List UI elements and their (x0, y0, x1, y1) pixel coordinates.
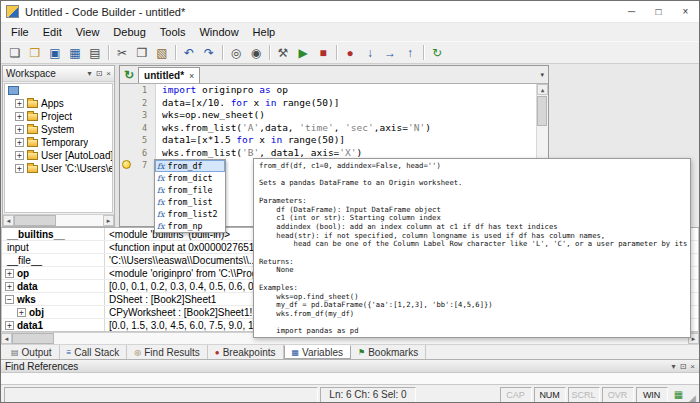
tooltip-line: from_df(df, c1=0, addindex=False, head='… (259, 162, 685, 171)
replace-icon: ◉ (251, 47, 261, 59)
scroll-right-button[interactable]: ► (103, 215, 114, 226)
pin-icon[interactable]: ⊡ (96, 69, 103, 78)
run-button[interactable]: ▶ (293, 43, 313, 63)
tree-item-user-c-users-easwa[interactable]: +User 'C:\Users\easwa (5, 162, 112, 175)
code-token: 'time' (299, 122, 333, 133)
autocomplete-item-from-df[interactable]: fxfrom_df (155, 160, 225, 172)
open-file-button[interactable]: ❒ (25, 43, 45, 63)
expand-icon[interactable]: + (5, 282, 14, 291)
tree-item-system[interactable]: +System (5, 123, 112, 136)
menu-debug[interactable]: Debug (106, 23, 152, 41)
close-icon[interactable]: × (106, 69, 111, 78)
code-token: range(50)] (276, 97, 339, 108)
save-button[interactable]: ▣ (45, 43, 65, 63)
code-line[interactable]: 1import originpro as op (120, 84, 548, 97)
cut-button[interactable]: ✂ (112, 43, 132, 63)
panel-tab-call-stack[interactable]: ≡Call Stack (60, 345, 128, 359)
compile-button[interactable]: ⚒ (273, 43, 293, 63)
paste-button[interactable]: ▧ (152, 43, 172, 63)
code-token: , data1, axis= (259, 147, 339, 158)
tree-item-project[interactable]: +Project (5, 110, 112, 123)
menu-help[interactable]: Help (246, 23, 283, 41)
find-button[interactable]: ◎ (226, 43, 246, 63)
autocomplete-item-from-np[interactable]: fxfrom_np (155, 220, 225, 232)
panel-tab-output[interactable]: ▤Output (4, 345, 60, 359)
menu-edit[interactable]: Edit (36, 23, 69, 41)
panel-tab-bookmarks[interactable]: ⚑Bookmarks (351, 345, 426, 359)
find-references-title: Find References (5, 361, 78, 372)
tab-close-icon[interactable]: × (189, 71, 194, 81)
step-into-button[interactable]: ↓ (360, 43, 380, 63)
chevron-down-icon[interactable]: ▾ (88, 69, 92, 78)
new-file-button[interactable]: ❏ (5, 43, 25, 63)
code-token: import (162, 84, 196, 95)
status-grid-icon: ▦ (670, 389, 687, 400)
code-line[interactable]: 5data1=[x*1.5 for x in range(50)] (120, 134, 548, 147)
code-line[interactable]: 3wks=op.new_sheet() (120, 109, 548, 122)
expand-icon[interactable]: + (17, 308, 26, 317)
workspace-root[interactable] (5, 84, 112, 97)
tree-item-temporary[interactable]: +Temporary (5, 136, 112, 149)
autocomplete-item-from-file[interactable]: fxfrom_file (155, 184, 225, 196)
status-bar: Ln: 6 Ch: 6 Sel: 0 CAPNUMSCRLOVRWIN ▦ ◢ (1, 384, 699, 403)
step-out-button[interactable]: ↑ (400, 43, 420, 63)
expand-icon[interactable]: + (15, 164, 24, 173)
scroll-thumb[interactable] (12, 333, 54, 344)
tab-list-dropdown-icon[interactable]: ▾ (540, 71, 548, 83)
panel-tab-find-results[interactable]: ◎Find Results (127, 345, 208, 359)
minimize-button[interactable]: ─ (618, 1, 645, 22)
code-line[interactable]: 2data=[x/10. for x in range(50)] (120, 97, 548, 110)
toggle-breakpoint-button[interactable]: ● (340, 43, 360, 63)
panel-tabs: ▤Output≡Call Stack◎Find Results●Breakpoi… (1, 344, 699, 359)
autocomplete-item-from-list2[interactable]: fxfrom_list2 (155, 208, 225, 220)
close-button[interactable]: × (672, 1, 699, 22)
expand-icon[interactable]: + (15, 151, 24, 160)
maximize-button[interactable]: □ (645, 1, 672, 22)
step-over-button[interactable]: → (380, 43, 400, 63)
autocomplete-item-from-dict[interactable]: fxfrom_dict (155, 172, 225, 184)
resize-grip[interactable]: ◢ (689, 394, 696, 403)
save-icon: ▣ (49, 47, 60, 59)
code-token: ,axis= (374, 122, 408, 133)
expand-icon[interactable]: + (15, 99, 24, 108)
code-token: x (254, 134, 271, 145)
scroll-thumb[interactable] (14, 215, 56, 226)
scroll-up-button[interactable]: ▲ (537, 84, 548, 95)
scroll-track[interactable] (14, 215, 103, 226)
breakpoints-icon: ● (215, 348, 220, 357)
copy-button[interactable]: ❐ (132, 43, 152, 63)
expand-icon[interactable]: + (5, 269, 14, 278)
collapse-icon[interactable]: − (5, 295, 14, 304)
chevron-down-icon[interactable]: ▾ (672, 362, 676, 371)
editor-tab[interactable]: untitled* × (138, 67, 200, 83)
panel-tab-breakpoints[interactable]: ●Breakpoints (208, 345, 284, 359)
menu-tools[interactable]: Tools (153, 23, 193, 41)
menu-window[interactable]: Window (192, 23, 245, 41)
stop-button[interactable]: ■ (313, 43, 333, 63)
pin-icon[interactable]: ⊡ (680, 362, 687, 371)
close-icon[interactable]: × (690, 362, 695, 371)
scroll-left-button[interactable]: ◄ (3, 215, 14, 226)
autocomplete-item-from-list[interactable]: fxfrom_list (155, 196, 225, 208)
tree-item-apps[interactable]: +Apps (5, 97, 112, 110)
code-line[interactable]: 4wks.from_list('A',data, 'time', 'sec',a… (120, 122, 548, 135)
save-all-button[interactable]: ▦ (65, 43, 85, 63)
menu-file[interactable]: File (4, 23, 36, 41)
output-icon: ▤ (11, 348, 19, 357)
scroll-thumb[interactable] (537, 96, 547, 126)
workspace-hscrollbar[interactable]: ◄ ► (3, 214, 114, 226)
scroll-left-button[interactable]: ◄ (1, 333, 12, 344)
expand-icon[interactable]: + (15, 125, 24, 134)
origin-button[interactable]: ↻ (427, 43, 447, 63)
expand-icon[interactable]: + (15, 112, 24, 121)
print-button[interactable]: ▤ (85, 43, 105, 63)
replace-button[interactable]: ◉ (246, 43, 266, 63)
run-script-icon[interactable]: ↻ (124, 68, 134, 82)
expand-icon[interactable]: + (5, 321, 14, 330)
tree-item-user-autoload[interactable]: +User [AutoLoad] (5, 149, 112, 162)
expand-icon[interactable]: + (15, 138, 24, 147)
menu-view[interactable]: View (69, 23, 107, 41)
panel-tab-variables[interactable]: ▦Variables (284, 345, 352, 359)
undo-button[interactable]: ↶ (179, 43, 199, 63)
redo-button[interactable]: ↷ (199, 43, 219, 63)
